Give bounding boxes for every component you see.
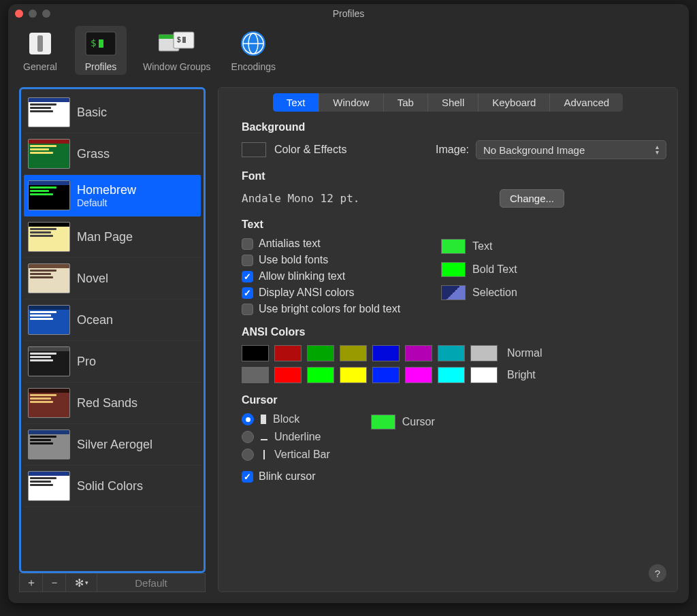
profile-thumb [28,180,70,210]
ansi-normal-5[interactable] [405,345,432,361]
bright-bold-label: Use bright colors for bold text [259,303,400,315]
text-color-swatch[interactable] [441,239,466,254]
underline-cursor-icon [261,434,268,440]
toolbar-encodings[interactable]: Encodings [227,26,280,75]
cursor-vbar-label: Vertical Bar [274,449,330,461]
help-button[interactable]: ? [649,564,666,582]
ansi-bright-2[interactable] [307,367,334,383]
cursor-block-label: Block [273,413,299,425]
tab-advanced[interactable]: Advanced [550,93,623,112]
bright-bold-checkbox[interactable] [242,304,253,315]
toolbar-general[interactable]: General [18,26,63,75]
set-default-button[interactable]: Default [97,577,205,589]
preferences-window: Profiles General $ Profiles $ Window Gro… [8,4,689,603]
toolbar-window-groups[interactable]: $ Window Groups [139,26,215,75]
profile-thumb [28,471,70,501]
bold-fonts-checkbox[interactable] [242,255,253,266]
general-icon [22,29,59,59]
cursor-vbar-radio[interactable] [242,449,254,461]
profile-detail-panel: Text Window Tab Shell Keyboard Advanced … [218,87,678,592]
profile-item-basic[interactable]: Basic [24,92,201,133]
ansi-normal-3[interactable] [340,345,367,361]
tab-keyboard[interactable]: Keyboard [479,93,550,112]
toolbar-window-groups-label: Window Groups [143,61,211,72]
section-text: Text Antialias text Use bold fonts Allow… [242,218,666,315]
ansi-bright-3[interactable] [340,367,367,383]
antialias-checkbox[interactable] [242,238,253,250]
display-ansi-label: Display ANSI colors [259,287,355,299]
profile-item-homebrew[interactable]: Homebrew Default [24,175,201,216]
cursor-underline-radio[interactable] [242,431,254,443]
svg-text:$: $ [177,36,181,44]
profile-item-red-sands[interactable]: Red Sands [24,383,201,424]
toolbar-encodings-label: Encodings [231,61,276,72]
blink-cursor-checkbox[interactable] [242,471,253,483]
ansi-normal-row: Normal [242,345,666,361]
profile-name: Pro [77,355,96,369]
toolbar-general-label: General [23,61,57,72]
profile-item-grass[interactable]: Grass [24,133,201,175]
profile-item-silver-aerogel[interactable]: Silver Aerogel [24,424,201,466]
remove-profile-button[interactable]: － [43,574,66,591]
background-image-value: No Background Image [483,144,585,156]
vbar-cursor-icon [263,450,265,459]
block-cursor-icon [261,415,266,424]
svg-rect-9 [182,37,186,43]
profile-item-novel[interactable]: Novel [24,258,201,299]
ansi-bright-6[interactable] [438,367,465,383]
svg-rect-4 [99,39,103,48]
section-heading: ANSI Colors [242,326,666,338]
profile-item-man-page[interactable]: Man Page [24,216,201,258]
ansi-bright-5[interactable] [405,367,432,383]
profile-subtitle: Default [77,197,136,208]
section-cursor: Cursor Block Underline Vertical Bar Blin… [242,394,666,483]
background-image-popup[interactable]: No Background Image ▴▾ [476,140,666,159]
section-heading: Cursor [242,394,666,406]
ansi-bright-7[interactable] [470,367,498,383]
profile-item-solid-colors[interactable]: Solid Colors [24,466,201,507]
ansi-bright-1[interactable] [274,367,302,383]
bold-color-swatch[interactable] [441,262,466,277]
ansi-bright-0[interactable] [242,367,269,383]
allow-blinking-checkbox[interactable] [242,271,253,282]
tab-tab[interactable]: Tab [384,93,428,112]
svg-text:$: $ [91,37,96,48]
profile-thumb [28,222,70,252]
change-font-button[interactable]: Change... [500,189,564,208]
preferences-toolbar: General $ Profiles $ Window Groups Encod… [8,23,689,80]
selection-color-swatch[interactable] [441,285,466,300]
cursor-color-swatch[interactable] [371,415,395,429]
ansi-normal-1[interactable] [274,345,302,361]
window-title: Profiles [8,8,689,19]
profile-name: Homebrew [77,183,136,197]
cursor-underline-label: Underline [274,431,321,443]
tab-text[interactable]: Text [273,93,320,112]
profile-name: Red Sands [77,396,137,410]
section-heading: Font [242,170,666,182]
profile-name: Ocean [77,313,113,327]
ansi-normal-4[interactable] [372,345,400,361]
add-profile-button[interactable]: ＋ [20,574,43,591]
blink-cursor-label: Blink cursor [259,470,316,483]
profiles-list[interactable]: Basic Grass Homebrew [19,87,206,573]
ansi-bright-row: Bright [242,367,666,383]
profile-thumb [28,346,70,376]
profile-thumb [28,305,70,335]
ansi-normal-7[interactable] [470,345,498,361]
ansi-normal-0[interactable] [242,345,269,361]
ansi-normal-6[interactable] [438,345,465,361]
gear-icon: ✻ [75,577,84,589]
ansi-normal-2[interactable] [307,345,334,361]
profile-item-ocean[interactable]: Ocean [24,299,201,341]
profile-thumb [28,97,70,127]
profile-name: Man Page [77,230,133,244]
background-color-swatch[interactable] [242,142,266,157]
ansi-bright-4[interactable] [372,367,400,383]
tab-shell[interactable]: Shell [428,93,479,112]
profile-item-pro[interactable]: Pro [24,341,201,383]
tab-window[interactable]: Window [319,93,383,112]
toolbar-profiles[interactable]: $ Profiles [75,26,127,75]
profile-actions-menu[interactable]: ✻▾ [66,574,97,591]
cursor-block-radio[interactable] [242,413,254,425]
display-ansi-checkbox[interactable] [242,287,253,299]
